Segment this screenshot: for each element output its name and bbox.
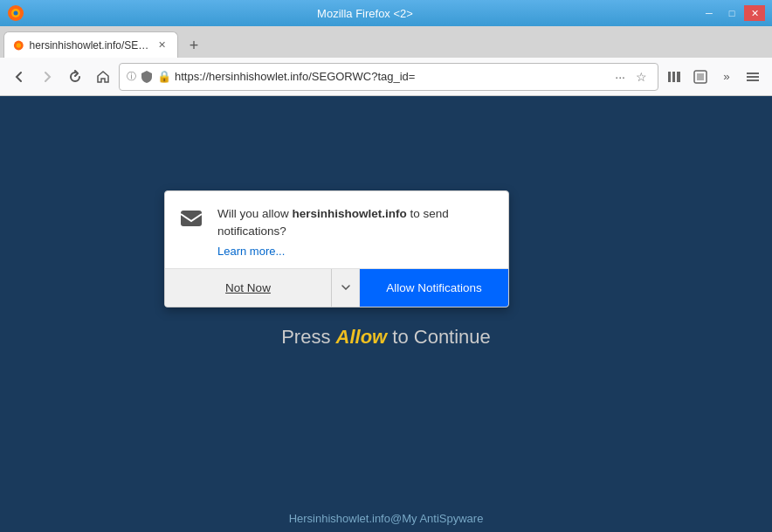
library-button[interactable] [662,65,686,89]
forward-button[interactable] [35,65,59,89]
new-tab-button[interactable]: + [182,33,206,58]
lock-icon: 🔒 [157,70,171,83]
menu-button[interactable] [741,65,765,89]
tab-close-button[interactable]: ✕ [156,38,169,52]
svg-point-2 [14,11,18,16]
allow-notifications-button[interactable]: Allow Notifications [360,269,508,307]
firefox-logo-icon [7,4,24,22]
popup-message: Will you allow hersinhishowlet.info to s… [217,205,494,258]
tab-bar: hersinhishowlet.info/SEGOR ✕ + [0,26,772,58]
back-icon [12,70,26,84]
continue-text: to Continue [387,326,491,348]
back-button[interactable] [7,65,31,89]
toolbar-right: » [662,65,765,89]
sync-icon [693,69,708,85]
tab-title: hersinhishowlet.info/SEGOR [30,39,149,52]
home-button[interactable] [91,65,115,89]
title-bar: Mozilla Firefox <2> ─ □ ✕ [0,0,772,26]
chevron-down-icon [341,285,350,290]
url-text[interactable]: https://hersinhishowlet.info/SEGORWC?tag… [175,70,608,83]
not-now-container: Not Now [165,269,360,307]
home-icon [96,70,110,84]
more-button[interactable]: ··· [611,68,629,86]
maximize-button[interactable]: □ [721,5,742,21]
svg-rect-11 [747,76,759,78]
forward-icon [40,70,54,84]
address-bar[interactable]: ⓘ 🔒 https://hersinhishowlet.info/SEGORWC… [119,63,658,91]
svg-rect-6 [672,72,675,82]
footer-text: Hersinhishowlet.info@My AntiSpyware [289,512,484,525]
menu-icon [746,70,760,84]
svg-rect-10 [747,73,759,74]
svg-rect-13 [181,211,202,226]
dropdown-arrow-button[interactable] [331,269,359,307]
active-tab[interactable]: hersinhishowlet.info/SEGOR ✕ [3,31,178,58]
press-text: Press [281,326,335,348]
page-content: Will you allow hersinhishowlet.info to s… [0,96,772,532]
notification-popup: Will you allow hersinhishowlet.info to s… [164,190,509,307]
window-title: Mozilla Firefox <2> [31,7,699,20]
learn-more-link[interactable]: Learn more... [217,245,494,258]
extensions-button[interactable]: » [714,65,739,89]
press-allow-message: Press Allow to Continue [281,326,491,349]
window-controls: ─ □ ✕ [699,5,765,21]
shield-icon [140,70,154,84]
sync-button[interactable] [688,65,713,89]
svg-rect-12 [747,79,759,81]
notification-bell-icon [179,205,207,233]
minimize-button[interactable]: ─ [699,5,720,21]
tab-favicon-icon [13,39,24,52]
close-button[interactable]: ✕ [744,5,765,21]
not-now-button[interactable]: Not Now [165,269,331,307]
address-extra-buttons: ··· ☆ [611,68,651,86]
popup-body: Will you allow hersinhishowlet.info to s… [165,191,508,268]
nav-bar: ⓘ 🔒 https://hersinhishowlet.info/SEGORWC… [0,58,772,96]
reload-button[interactable] [63,65,87,89]
popup-text: Will you allow hersinhishowlet.info to s… [217,205,494,241]
library-icon [666,69,682,85]
svg-rect-9 [697,73,704,80]
bookmark-button[interactable]: ☆ [632,68,651,86]
svg-rect-5 [668,72,671,82]
svg-point-4 [17,43,21,47]
svg-rect-7 [677,72,680,82]
reload-icon [68,70,82,84]
popup-actions: Not Now Allow Notifications [165,268,508,307]
info-icon: ⓘ [127,70,136,83]
allow-word: Allow [336,326,388,348]
site-name: hersinhishowlet.info [293,207,407,220]
